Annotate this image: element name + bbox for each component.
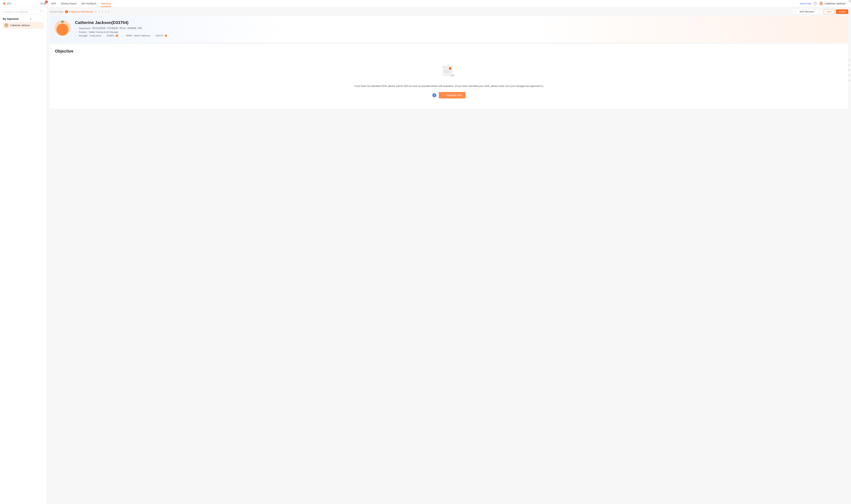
position-row: ▭ Position: Safety Training & QA Manager — [75, 31, 843, 33]
objective-card: Objective \|/ If you have not submitted … — [50, 44, 848, 109]
empty-state: \|/ If you have not submitted OKR, pleas… — [55, 64, 843, 98]
divider: | — [153, 34, 153, 37]
search-icon — [40, 11, 42, 13]
profile-name: Catherine Jackson(D33704) — [75, 20, 843, 25]
user-name: Catherine Jackson — [824, 2, 846, 5]
department-value: 阿尔比诺勒菲- 贝辛德里奥- 普约拉- 伯明翰城- 河床 — [92, 27, 142, 30]
period-next-button[interactable] — [817, 10, 822, 14]
period-prev-button[interactable] — [793, 10, 798, 14]
hrbp-id: D95787 — [156, 34, 163, 37]
manager-id: D00853 — [107, 34, 115, 37]
save-button[interactable]: Save — [824, 9, 835, 14]
sidebar-item-label: Catherine Jackson — [10, 24, 30, 27]
svg-line-2 — [41, 12, 42, 12]
position-label: Position: — [79, 31, 87, 33]
period-label[interactable]: 2023 Mid-year... — [798, 10, 817, 14]
avatar-icon — [4, 23, 8, 28]
need-help-link[interactable]: Need Help — [800, 2, 811, 5]
nav-dot[interactable] — [848, 80, 849, 81]
top-header: DiDi To-do 1 OKR Weekly Report 360 Feedb… — [0, 0, 851, 7]
home-icon: ⌂ — [75, 27, 77, 30]
logo[interactable]: DiDi — [3, 2, 11, 5]
sidebar-item-catherine[interactable]: Catherine Jackson — [3, 22, 44, 29]
active-step-name: Employee Self-Review — [69, 11, 93, 13]
step-badge-blue: 1 — [432, 93, 436, 97]
manager-hrbp-row: ☺ Manager: Craig Harris | D00853 HRBP: M… — [75, 34, 843, 37]
profile-card: Catherine Jackson(D33704) ⌂ Department: … — [50, 16, 848, 42]
current-step-label: Current Step: — [50, 11, 64, 13]
empty-message: If you have not submitted OKR, please su… — [354, 84, 543, 88]
card-icon: ▭ — [75, 31, 77, 33]
plus-icon: ＋ — [442, 94, 445, 97]
section-nav-dots — [848, 59, 849, 81]
chevron-up-icon: ⌃ — [42, 18, 44, 20]
chat-icon[interactable] — [116, 35, 118, 37]
complete-okr-button[interactable]: ＋ Complete OKR — [439, 92, 465, 98]
empty-document-icon: \|/ — [440, 64, 457, 77]
manager-name: Craig Harris — [89, 34, 101, 37]
top-action-bar: Current Step: 1 Employee Self-Review 2 3… — [50, 9, 848, 14]
user-menu[interactable]: Catherine Jackson ⌄ — [819, 2, 848, 5]
search-input[interactable] — [5, 11, 40, 13]
todo-badge: 1 — [45, 1, 48, 3]
logo-text: DiDi — [7, 2, 11, 5]
nav-tabs: To-do 1 OKR Weekly Report 360 Feedback A… — [40, 0, 111, 7]
complete-okr-label: Complete OKR — [446, 94, 462, 96]
svg-point-1 — [40, 11, 41, 12]
tab-todo[interactable]: To-do 1 — [40, 0, 46, 7]
top-bar-right: 2023 Mid-year... Save Submit — [793, 9, 848, 14]
action-row: 1 ＋ Complete OKR — [432, 92, 465, 98]
tab-okr[interactable]: OKR — [51, 0, 56, 7]
person-icon: ☺ — [75, 34, 77, 37]
didi-logo-icon — [3, 2, 6, 5]
step-badge: 1 — [65, 10, 68, 13]
nav-dot[interactable] — [848, 75, 849, 76]
chevron-left-icon — [795, 11, 796, 13]
section-title: My Appraisal — [3, 17, 19, 20]
step-2[interactable]: 2 — [95, 11, 96, 13]
tab-appraisal[interactable]: Appraisal — [101, 0, 111, 7]
position-value: Safety Training & QA Manager — [89, 31, 119, 33]
step-5[interactable]: 5 — [105, 11, 106, 13]
department-label: Department: — [79, 27, 91, 30]
nav-dot[interactable] — [848, 70, 849, 71]
chat-icon[interactable] — [165, 35, 167, 37]
section-count: 1 — [30, 18, 31, 20]
tab-360-feedback[interactable]: 360 Feedback — [81, 0, 96, 7]
tab-weekly-report[interactable]: Weekly Report — [61, 0, 76, 7]
profile-avatar-icon — [55, 20, 70, 36]
nav-dot[interactable] — [848, 65, 849, 66]
step-4[interactable]: 4 — [102, 11, 103, 13]
search-box[interactable] — [3, 9, 44, 14]
scrollbar-corner — [849, 0, 851, 2]
objective-title: Objective — [55, 49, 843, 54]
help-icon[interactable]: ? — [814, 2, 817, 5]
header-right: Need Help ? Catherine Jackson ⌄ — [800, 2, 848, 5]
sidebar: My Appraisal 1 ⌃ Catherine Jackson — [0, 7, 47, 504]
nav-dot[interactable] — [848, 59, 849, 60]
hrbp-label: HRBP: — [126, 34, 133, 37]
period-navigator: 2023 Mid-year... — [793, 9, 822, 14]
step-6[interactable]: 6 — [108, 11, 109, 13]
chevron-down-icon: ⌄ — [847, 3, 848, 4]
submit-button[interactable]: Submit — [836, 10, 848, 14]
manager-label: Manager: — [79, 34, 88, 37]
main-content: Current Step: 1 Employee Self-Review 2 3… — [47, 7, 851, 504]
chevron-right-icon — [819, 11, 820, 13]
divider: | — [104, 34, 104, 37]
department-row: ⌂ Department: 阿尔比诺勒菲- 贝辛德里奥- 普约拉- 伯明翰城- … — [75, 27, 843, 30]
hrbp-name: Martin Patterson — [134, 34, 150, 37]
my-appraisal-section-header[interactable]: My Appraisal 1 ⌃ — [3, 17, 44, 20]
profile-info: Catherine Jackson(D33704) ⌂ Department: … — [75, 20, 843, 38]
svg-point-0 — [4, 3, 5, 4]
step-3[interactable]: 3 — [98, 11, 100, 13]
user-avatar-icon — [819, 2, 823, 5]
